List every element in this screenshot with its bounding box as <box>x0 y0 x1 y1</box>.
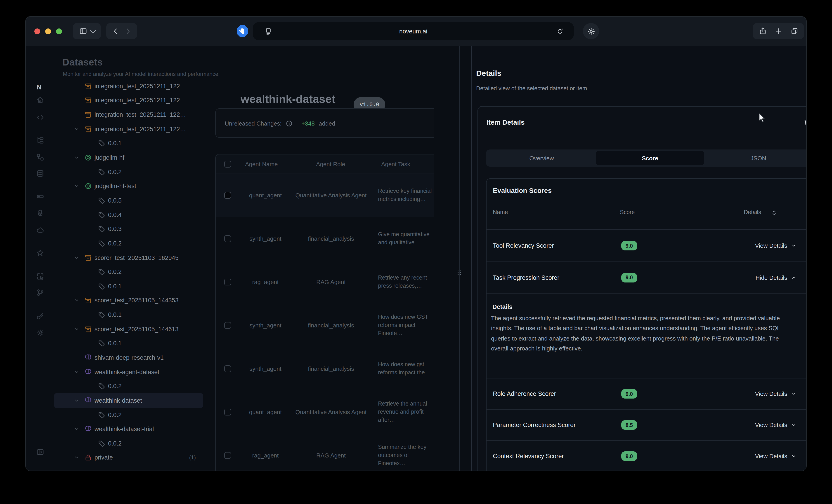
table-row[interactable]: synth_agentfinancial_analysisHow does ne… <box>216 304 434 347</box>
star-icon[interactable] <box>36 249 44 257</box>
tree-item-integration-test-20251211-122-[interactable]: integration_test_20251211_122… <box>54 122 203 136</box>
tree-item-0.0.5[interactable]: 0.0.5 <box>54 193 203 207</box>
chevron-down-icon[interactable] <box>74 369 80 375</box>
row-checkbox[interactable] <box>224 192 231 198</box>
hide-details-button[interactable]: Hide Details <box>756 274 797 281</box>
tree-item-shivam-deep-research-v1[interactable]: shivam-deep-research-v1 <box>54 351 203 365</box>
home-icon[interactable] <box>36 96 44 104</box>
select-all-checkbox[interactable] <box>224 161 231 167</box>
info-icon[interactable] <box>286 120 292 127</box>
forward-icon[interactable] <box>124 27 132 35</box>
tree-item-judgellm-hf[interactable]: judgellm-hf <box>54 150 203 165</box>
tree-item-0.0.2[interactable]: 0.0.2 <box>54 379 203 393</box>
tree-item-0.0.2[interactable]: 0.0.2 <box>54 265 203 279</box>
view-details-button[interactable]: View Details <box>755 453 797 459</box>
chevron-down-icon[interactable] <box>74 326 80 332</box>
tree-item-integration-test-20251211-122-[interactable]: integration_test_20251211_122… <box>54 93 203 108</box>
view-details-button[interactable]: View Details <box>755 422 797 428</box>
tree-item-0.0.2[interactable]: 0.0.2 <box>54 408 203 422</box>
shield-icon[interactable] <box>236 25 248 37</box>
tree-item-0.0.2[interactable]: 0.0.2 <box>54 165 203 179</box>
tab-overview-icon[interactable] <box>790 27 798 35</box>
tree-item-scorer-test-20251105-144613[interactable]: scorer_test_20251105_144613 <box>54 322 203 336</box>
settings-icon[interactable] <box>36 329 44 337</box>
panel-resize-handle[interactable] <box>458 270 462 276</box>
panel-expand-icon[interactable] <box>36 448 44 456</box>
zoom-window-button[interactable] <box>56 28 62 34</box>
table-row[interactable]: synth_agentfinancial_analysisHow does ne… <box>216 347 434 390</box>
column-header-score[interactable]: Score <box>620 209 634 216</box>
chevron-down-icon[interactable] <box>74 184 80 189</box>
row-checkbox[interactable] <box>224 235 231 242</box>
tab-json[interactable]: JSON <box>704 151 807 165</box>
settings-button[interactable] <box>583 23 599 39</box>
tree-item-0.0.4[interactable]: 0.0.4 <box>54 208 203 222</box>
tab-overview[interactable]: Overview <box>488 151 596 165</box>
sort-icon[interactable] <box>771 209 777 216</box>
tree-item-0.0.1[interactable]: 0.0.1 <box>54 336 203 351</box>
address-bar[interactable]: noveum.ai <box>253 22 574 40</box>
sidebar-toggle-button[interactable] <box>73 23 101 39</box>
tree-item-private[interactable]: private(1) <box>54 450 203 465</box>
new-tab-icon[interactable] <box>774 27 782 35</box>
row-checkbox[interactable] <box>224 365 231 372</box>
tree-item-scorer-test-20251103-162945[interactable]: scorer_test_20251103_162945 <box>54 250 203 264</box>
row-checkbox[interactable] <box>224 278 231 285</box>
tree-item-wealthink-agent-dataset[interactable]: wealthink-agent-dataset <box>54 365 203 379</box>
table-row[interactable]: quant_agentQuantitative Analysis AgentRe… <box>216 390 434 433</box>
table-row[interactable]: rag_agentRAG AgentRetrieve any recent pr… <box>216 260 434 304</box>
tree-item-scorer-test-20251105-144353[interactable]: scorer_test_20251105_144353 <box>54 293 203 308</box>
minimize-window-button[interactable] <box>45 28 51 34</box>
row-checkbox[interactable] <box>224 322 231 329</box>
tree-item-0.0.1[interactable]: 0.0.1 <box>54 308 203 322</box>
workflow-icon[interactable] <box>36 153 44 161</box>
table-row[interactable]: quant_agentQuantitative Analysis AgentRe… <box>216 173 434 217</box>
column-header-agent-name[interactable]: Agent Name <box>245 155 278 173</box>
cloud-icon[interactable] <box>36 226 44 234</box>
view-details-button[interactable]: View Details <box>755 390 797 397</box>
tree-item-0.0.1[interactable]: 0.0.1 <box>54 136 203 150</box>
column-header-name[interactable]: Name <box>493 209 508 216</box>
chevron-down-icon[interactable] <box>74 455 80 460</box>
row-checkbox[interactable] <box>224 452 231 458</box>
key-icon[interactable] <box>36 312 44 320</box>
trash-icon[interactable] <box>804 119 807 127</box>
column-header-details[interactable]: Details <box>744 209 761 216</box>
chevron-down-icon <box>791 453 797 459</box>
boxes-icon[interactable] <box>36 209 44 217</box>
chevron-down-icon[interactable] <box>74 155 80 161</box>
select-icon[interactable] <box>36 272 44 280</box>
close-window-button[interactable] <box>34 28 40 34</box>
chevron-down-icon[interactable] <box>74 255 80 260</box>
tree-item-0.0.2[interactable]: 0.0.2 <box>54 236 203 250</box>
tree-item-integration-test-20251211-122-[interactable]: integration_test_20251211_122… <box>54 108 203 122</box>
tree-item-integration-test-20251211-122-[interactable]: integration_test_20251211_122… <box>54 79 203 93</box>
database-icon[interactable] <box>36 169 44 177</box>
row-checkbox[interactable] <box>224 409 231 415</box>
tree-item-judgellm-hf-test[interactable]: judgellm-hf-test <box>54 179 203 193</box>
git-branch-icon[interactable] <box>36 288 44 297</box>
chevron-down-icon[interactable] <box>74 398 80 403</box>
share-icon[interactable] <box>758 27 766 35</box>
tree-item-0.0.3[interactable]: 0.0.3 <box>54 222 203 236</box>
chevron-down-icon[interactable] <box>74 298 80 304</box>
tree-item-wealthink-dataset-trial[interactable]: wealthink-dataset-trial <box>54 422 203 436</box>
folder-tree-icon[interactable] <box>36 136 44 144</box>
tree-item-test-novaeval[interactable]: test-novaeval <box>54 465 203 467</box>
chevron-down-icon[interactable] <box>74 126 80 132</box>
chevron-down-icon[interactable] <box>74 426 80 432</box>
code-icon[interactable] <box>36 113 44 121</box>
tab-score[interactable]: Score <box>596 151 704 165</box>
reload-icon[interactable] <box>556 28 564 35</box>
table-row[interactable]: synth_agentfinancial_analysisGive me qua… <box>216 217 434 260</box>
column-header-agent-task[interactable]: Agent Task <box>381 155 410 173</box>
column-header-agent-role[interactable]: Agent Role <box>316 155 345 173</box>
tree-item-0.0.1[interactable]: 0.0.1 <box>54 279 203 293</box>
server-icon[interactable] <box>36 192 44 200</box>
table-row[interactable]: rag_agentRAG AgentSummarize the key outc… <box>216 433 434 471</box>
back-icon[interactable] <box>111 27 120 35</box>
tree-item-wealthink-dataset[interactable]: wealthink-dataset <box>54 393 203 408</box>
reader-icon[interactable] <box>264 28 272 35</box>
tree-item-0.0.2[interactable]: 0.0.2 <box>54 436 203 450</box>
view-details-button[interactable]: View Details <box>755 242 797 249</box>
